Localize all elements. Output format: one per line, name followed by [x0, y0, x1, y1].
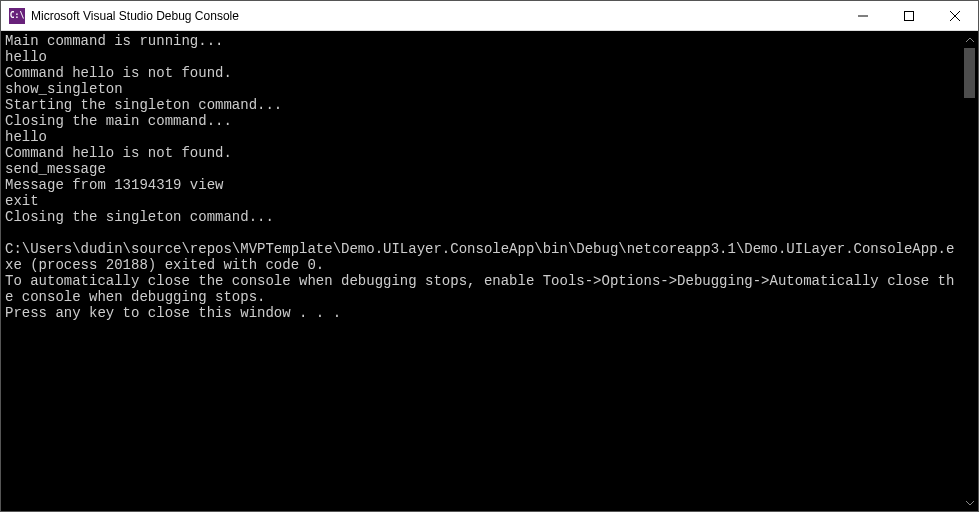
maximize-button[interactable]	[886, 1, 932, 30]
console-output[interactable]: Main command is running... hello Command…	[1, 31, 961, 511]
scrollbar-thumb[interactable]	[964, 48, 975, 98]
app-icon-text: C:\	[10, 11, 24, 20]
svg-rect-1	[905, 11, 914, 20]
window-titlebar: C:\ Microsoft Visual Studio Debug Consol…	[1, 1, 978, 31]
vertical-scrollbar[interactable]	[961, 31, 978, 511]
minimize-icon	[858, 11, 868, 21]
app-icon: C:\	[9, 8, 25, 24]
scroll-down-arrow-icon[interactable]	[961, 494, 978, 511]
window-title: Microsoft Visual Studio Debug Console	[31, 9, 840, 23]
console-wrapper: Main command is running... hello Command…	[1, 31, 978, 511]
window-controls	[840, 1, 978, 30]
maximize-icon	[904, 11, 914, 21]
close-button[interactable]	[932, 1, 978, 30]
close-icon	[950, 11, 960, 21]
scroll-up-arrow-icon[interactable]	[961, 31, 978, 48]
minimize-button[interactable]	[840, 1, 886, 30]
